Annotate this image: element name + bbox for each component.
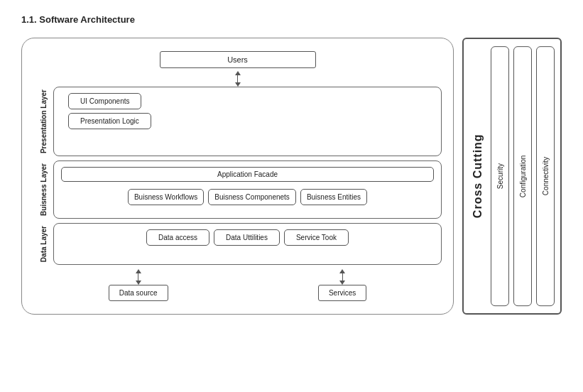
data-layer-label: Data Layer [33, 223, 53, 265]
services-arrow [339, 269, 345, 285]
security-item: Security [491, 46, 509, 306]
services-box: Services [318, 285, 366, 301]
business-items-row: Buisness Workflows Buisness Componenets … [61, 189, 434, 205]
data-source-arrow [136, 269, 141, 285]
data-source-box: Data source [109, 285, 168, 301]
page-container: 1.1. Software Architecture Users Present… [21, 14, 562, 315]
arrow-line [342, 273, 343, 281]
data-layer-row: Data Layer Data access Data Uttilities S… [33, 223, 442, 265]
data-access-box: Data access [146, 229, 209, 246]
service-took-box: Service Took [284, 229, 349, 246]
presentation-layer-content: UI Components Presentation Logic [53, 87, 442, 156]
presentation-logic-box: Presentation Logic [68, 113, 151, 129]
arrow-line [237, 75, 238, 82]
users-arrow [235, 71, 241, 87]
arrow-line [138, 273, 138, 281]
presentation-layer-label: Presentation Layer [33, 87, 53, 156]
users-box: Users [160, 51, 316, 68]
cross-cutting-label: Cross Cutting [469, 46, 486, 306]
presentation-items: UI Components Presentation Logic [61, 93, 434, 129]
business-workflows-box: Buisness Workflows [128, 189, 204, 205]
data-utilities-box: Data Uttilities [214, 229, 280, 246]
configuration-item: Configuration [513, 46, 532, 306]
main-architecture-box: Users Presentation Layer UI Components P… [21, 38, 454, 315]
business-layer-content: Application Facade Buisness Workflows Bu… [53, 160, 442, 219]
business-layer-label: Buisness Layer [33, 160, 53, 219]
section-title: 1.1. Software Architecture [21, 14, 562, 25]
connectivity-item: Connectivity [536, 46, 555, 306]
business-entities-box: Buisness Entities [300, 189, 367, 205]
services-col: Services [318, 269, 366, 301]
presentation-layer-row: Presentation Layer UI Components Present… [33, 87, 442, 156]
data-layer-content: Data access Data Uttilities Service Took [53, 223, 442, 265]
bottom-row: Data source Services [33, 269, 442, 301]
ui-components-box: UI Components [68, 93, 141, 109]
application-facade-box: Application Facade [61, 167, 434, 182]
cross-cutting-box: Cross Cutting Security Configuration Con… [462, 38, 562, 315]
data-source-col: Data source [109, 269, 168, 301]
diagram-wrapper: Users Presentation Layer UI Components P… [21, 38, 562, 315]
business-components-box: Buisness Componenets [208, 189, 296, 205]
business-layer-row: Buisness Layer Application Facade Buisne… [33, 160, 442, 219]
data-items-row: Data access Data Uttilities Service Took [61, 229, 434, 246]
